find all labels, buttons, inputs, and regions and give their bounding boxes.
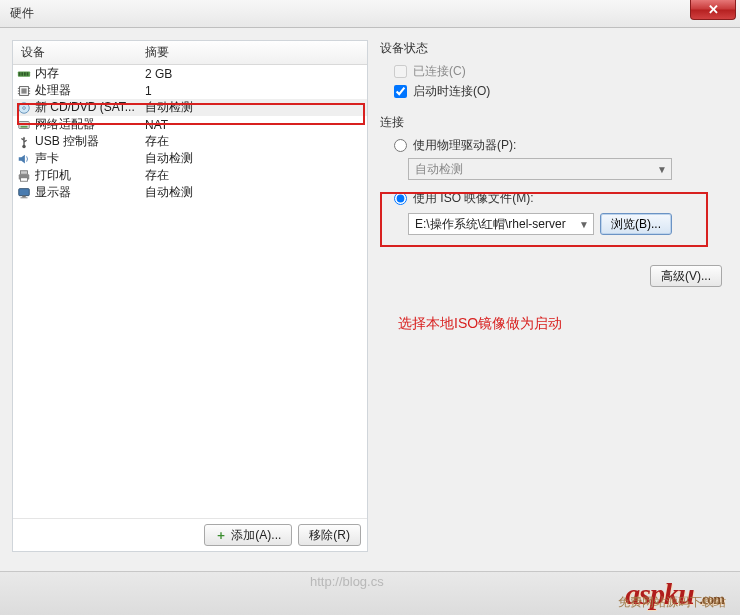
device-name: USB 控制器 bbox=[35, 133, 99, 150]
svg-rect-3 bbox=[24, 72, 26, 76]
connected-row: 已连接(C) bbox=[394, 63, 728, 80]
use-physical-label: 使用物理驱动器(P): bbox=[413, 137, 516, 154]
device-summary: 存在 bbox=[141, 133, 367, 150]
close-icon: ✕ bbox=[708, 2, 719, 17]
device-name: 网络适配器 bbox=[35, 116, 95, 133]
device-name: 新 CD/DVD (SAT... bbox=[35, 99, 135, 116]
window-title: 硬件 bbox=[10, 5, 34, 22]
nic-icon bbox=[17, 118, 31, 132]
connected-checkbox bbox=[394, 65, 407, 78]
printer-icon bbox=[17, 169, 31, 183]
footer: http://blog.cs aspku .com 免费网站源码下载站 bbox=[0, 571, 740, 615]
add-device-button[interactable]: ＋ 添加(A)... bbox=[204, 524, 292, 546]
connect-poweron-row[interactable]: 启动时连接(O) bbox=[394, 83, 728, 100]
device-summary: NAT bbox=[141, 118, 367, 132]
svg-rect-24 bbox=[19, 188, 30, 195]
remove-label: 移除(R) bbox=[309, 527, 350, 544]
col-summary[interactable]: 摘要 bbox=[141, 44, 367, 61]
display-icon bbox=[17, 186, 31, 200]
svg-rect-1 bbox=[19, 72, 21, 76]
watermark-cn: 免费网站源码下载站 bbox=[618, 594, 726, 611]
plus-icon: ＋ bbox=[215, 527, 227, 544]
svg-rect-21 bbox=[21, 170, 28, 174]
device-summary: 自动检测 bbox=[141, 184, 367, 201]
iso-path-value: E:\操作系统\红帽\rhel-server bbox=[415, 216, 566, 233]
advanced-button[interactable]: 高级(V)... bbox=[650, 265, 722, 287]
svg-point-14 bbox=[23, 106, 26, 109]
svg-rect-4 bbox=[27, 72, 29, 76]
svg-marker-19 bbox=[23, 136, 26, 138]
use-iso-radio[interactable] bbox=[394, 192, 407, 205]
titlebar: 硬件 ✕ bbox=[0, 0, 740, 28]
device-summary: 2 GB bbox=[141, 67, 367, 81]
device-row[interactable]: 内存2 GB bbox=[13, 65, 367, 82]
device-name: 声卡 bbox=[35, 150, 59, 167]
device-name: 打印机 bbox=[35, 167, 71, 184]
sound-icon bbox=[17, 152, 31, 166]
use-physical-radio[interactable] bbox=[394, 139, 407, 152]
device-summary: 自动检测 bbox=[141, 150, 367, 167]
connect-poweron-checkbox[interactable] bbox=[394, 85, 407, 98]
device-status-title: 设备状态 bbox=[380, 40, 728, 57]
advanced-row: 高级(V)... bbox=[380, 265, 728, 287]
svg-rect-23 bbox=[21, 177, 28, 181]
watermark-url: http://blog.cs bbox=[310, 574, 384, 589]
device-row[interactable]: 处理器1 bbox=[13, 82, 367, 99]
device-row[interactable]: 网络适配器NAT bbox=[13, 116, 367, 133]
usb-icon bbox=[17, 135, 31, 149]
browse-label: 浏览(B)... bbox=[611, 217, 661, 231]
use-physical-row[interactable]: 使用物理驱动器(P): bbox=[394, 137, 728, 154]
device-summary: 存在 bbox=[141, 167, 367, 184]
device-row[interactable]: USB 控制器存在 bbox=[13, 133, 367, 150]
advanced-label: 高级(V)... bbox=[661, 268, 711, 285]
remove-device-button[interactable]: 移除(R) bbox=[298, 524, 361, 546]
browse-button[interactable]: 浏览(B)... bbox=[600, 213, 672, 235]
svg-rect-26 bbox=[21, 197, 28, 198]
device-panel: 设备 摘要 内存2 GB处理器1新 CD/DVD (SAT...自动检测网络适配… bbox=[12, 40, 368, 552]
device-row[interactable]: 打印机存在 bbox=[13, 167, 367, 184]
physical-drive-value: 自动检测 bbox=[415, 161, 463, 178]
device-name: 处理器 bbox=[35, 82, 71, 99]
use-iso-row[interactable]: 使用 ISO 映像文件(M): bbox=[394, 190, 728, 207]
cpu-icon bbox=[17, 84, 31, 98]
device-row[interactable]: 声卡自动检测 bbox=[13, 150, 367, 167]
dialog-body: 设备 摘要 内存2 GB处理器1新 CD/DVD (SAT...自动检测网络适配… bbox=[0, 28, 740, 564]
device-row[interactable]: 新 CD/DVD (SAT...自动检测 bbox=[13, 99, 367, 116]
col-device[interactable]: 设备 bbox=[13, 44, 141, 61]
svg-rect-16 bbox=[21, 125, 28, 127]
device-row[interactable]: 显示器自动检测 bbox=[13, 184, 367, 201]
device-name: 显示器 bbox=[35, 184, 71, 201]
use-iso-label: 使用 ISO 映像文件(M): bbox=[413, 190, 534, 207]
connected-label: 已连接(C) bbox=[413, 63, 466, 80]
chevron-down-icon: ▼ bbox=[657, 164, 667, 175]
svg-rect-25 bbox=[22, 195, 26, 197]
svg-rect-6 bbox=[21, 88, 26, 93]
device-summary: 自动检测 bbox=[141, 99, 367, 116]
add-label: 添加(A)... bbox=[231, 527, 281, 544]
annotation-text: 选择本地ISO镜像做为启动 bbox=[398, 315, 562, 333]
device-name: 内存 bbox=[35, 65, 59, 82]
iso-row: E:\操作系统\红帽\rhel-server ▼ 浏览(B)... bbox=[408, 213, 728, 235]
svg-marker-20 bbox=[19, 154, 25, 163]
device-list: 内存2 GB处理器1新 CD/DVD (SAT...自动检测网络适配器NATUS… bbox=[13, 65, 367, 201]
connection-title: 连接 bbox=[380, 114, 728, 131]
connect-poweron-label: 启动时连接(O) bbox=[413, 83, 490, 100]
svg-rect-2 bbox=[21, 72, 23, 76]
device-table-header: 设备 摘要 bbox=[13, 41, 367, 65]
disc-icon bbox=[17, 101, 31, 115]
device-buttons: ＋ 添加(A)... 移除(R) bbox=[13, 518, 367, 551]
device-status-group: 设备状态 已连接(C) 启动时连接(O) bbox=[380, 40, 728, 100]
connection-group: 连接 使用物理驱动器(P): 自动检测 ▼ 使用 ISO 映像文件(M): E:… bbox=[380, 114, 728, 235]
chevron-down-icon[interactable]: ▼ bbox=[579, 219, 589, 230]
iso-path-combo[interactable]: E:\操作系统\红帽\rhel-server ▼ bbox=[408, 213, 594, 235]
device-summary: 1 bbox=[141, 84, 367, 98]
close-button[interactable]: ✕ bbox=[690, 0, 736, 20]
memory-icon bbox=[17, 67, 31, 81]
settings-panel: 设备状态 已连接(C) 启动时连接(O) 连接 使用物理驱动器(P): 自动检测… bbox=[380, 40, 728, 552]
physical-drive-combo: 自动检测 ▼ bbox=[408, 158, 672, 180]
